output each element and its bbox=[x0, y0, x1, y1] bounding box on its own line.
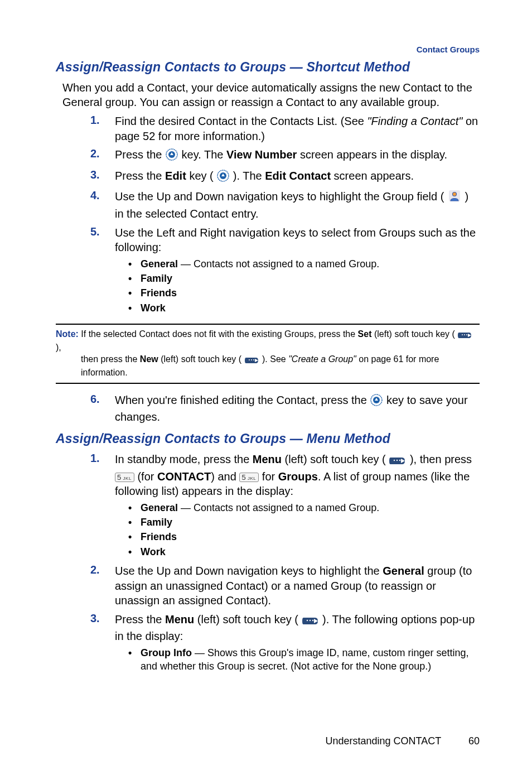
running-header: Contact Groups bbox=[56, 45, 480, 54]
svg-point-7 bbox=[464, 334, 465, 335]
section-title-2: Assign/Reassign Contacts to Groups — Men… bbox=[56, 431, 480, 446]
list-item: 1. Find the desired Contact in the Conta… bbox=[56, 114, 480, 143]
svg-point-14 bbox=[394, 460, 395, 461]
step-number: 2. bbox=[90, 564, 115, 576]
note-box: Note: If the selected Contact does not f… bbox=[56, 324, 480, 384]
svg-point-11 bbox=[253, 359, 254, 360]
step-number: 5. bbox=[90, 225, 115, 238]
step-body: Press the Edit key ( ). The Edit Contact… bbox=[115, 169, 480, 186]
svg-point-10 bbox=[251, 359, 252, 360]
svg-point-6 bbox=[462, 334, 463, 335]
svg-point-15 bbox=[396, 460, 398, 461]
note-label: Note: bbox=[56, 329, 81, 339]
svg-point-8 bbox=[466, 334, 467, 335]
svg-point-17 bbox=[306, 620, 307, 621]
page-number: 60 bbox=[468, 735, 480, 747]
ok-key-icon bbox=[166, 148, 178, 165]
svg-point-5 bbox=[452, 192, 456, 196]
page-footer: Understanding CONTACT 60 bbox=[326, 735, 480, 747]
note-body: If the selected Contact does not fit wit… bbox=[56, 329, 473, 352]
list-item: 3. Press the Menu (left) soft touch key … bbox=[56, 612, 480, 675]
bullet-item: •Friends bbox=[115, 286, 480, 300]
person-icon bbox=[448, 189, 461, 206]
step-body: When you're finished editing the Contact… bbox=[115, 393, 480, 425]
key-5-icon: 5 JKL bbox=[115, 473, 134, 482]
step-number: 4. bbox=[90, 189, 115, 202]
list-item: 2. Press the key. The View Number screen… bbox=[56, 147, 480, 165]
step-body: Find the desired Contact in the Contacts… bbox=[115, 114, 480, 143]
bullet-item: •Group Info — Shows this Group's image I… bbox=[115, 646, 480, 673]
step-body: Use the Up and Down navigation keys to h… bbox=[115, 564, 480, 608]
bullet-list: •General — Contacts not assigned to a na… bbox=[115, 257, 480, 315]
soft-key-icon bbox=[245, 356, 259, 367]
list-item: 6. When you're finished editing the Cont… bbox=[56, 393, 480, 425]
soft-key-icon bbox=[458, 331, 472, 342]
bullet-item: •Family bbox=[115, 272, 480, 285]
ordered-list-1-cont: 6. When you're finished editing the Cont… bbox=[56, 393, 480, 425]
svg-point-9 bbox=[249, 359, 250, 360]
list-item: 2. Use the Up and Down navigation keys t… bbox=[56, 564, 480, 608]
ok-key-icon bbox=[370, 394, 383, 410]
step-body: Use the Up and Down navigation keys to h… bbox=[115, 189, 480, 221]
bullet-item: •General — Contacts not assigned to a na… bbox=[115, 257, 480, 271]
intro-paragraph: When you add a Contact, your device auto… bbox=[56, 80, 480, 109]
step-body: In standby mode, press the Menu (left) s… bbox=[115, 452, 480, 560]
step-number: 3. bbox=[90, 169, 115, 181]
section-title-1: Assign/Reassign Contacts to Groups — Sho… bbox=[56, 60, 480, 75]
bullet-item: •Work bbox=[115, 301, 480, 315]
svg-point-16 bbox=[399, 460, 400, 461]
step-number: 1. bbox=[90, 452, 115, 465]
ordered-list-1: 1. Find the desired Contact in the Conta… bbox=[56, 114, 480, 316]
step-number: 2. bbox=[90, 147, 115, 160]
ok-key-icon bbox=[217, 170, 229, 186]
list-item: 3. Press the Edit key ( ). The Edit Cont… bbox=[56, 169, 480, 186]
key-5-icon: 5 JKL bbox=[239, 473, 259, 482]
step-number: 1. bbox=[90, 114, 115, 127]
list-item: 4. Use the Up and Down navigation keys t… bbox=[56, 189, 480, 221]
list-item: 1. In standby mode, press the Menu (left… bbox=[56, 452, 480, 560]
step-body: Use the Left and Right navigation keys t… bbox=[115, 225, 480, 316]
step-body: Press the Menu (left) soft touch key ( )… bbox=[115, 612, 480, 675]
bullet-list: •General — Contacts not assigned to a na… bbox=[115, 501, 480, 559]
bullet-item: •Work bbox=[115, 545, 480, 559]
step-body: Press the key. The View Number screen ap… bbox=[115, 147, 480, 165]
svg-point-18 bbox=[309, 620, 310, 621]
soft-key-icon bbox=[302, 614, 319, 629]
bullet-list: •Group Info — Shows this Group's image I… bbox=[115, 646, 480, 673]
bullet-item: •Friends bbox=[115, 530, 480, 543]
step-number: 3. bbox=[90, 612, 115, 625]
bullet-item: •General — Contacts not assigned to a na… bbox=[115, 501, 480, 514]
soft-key-icon bbox=[389, 454, 406, 469]
svg-point-19 bbox=[312, 620, 313, 621]
ordered-list-2: 1. In standby mode, press the Menu (left… bbox=[56, 452, 480, 675]
list-item: 5. Use the Left and Right navigation key… bbox=[56, 225, 480, 316]
bullet-item: •Family bbox=[115, 516, 480, 529]
step-number: 6. bbox=[90, 393, 115, 406]
footer-title: Understanding CONTACT bbox=[326, 735, 441, 747]
